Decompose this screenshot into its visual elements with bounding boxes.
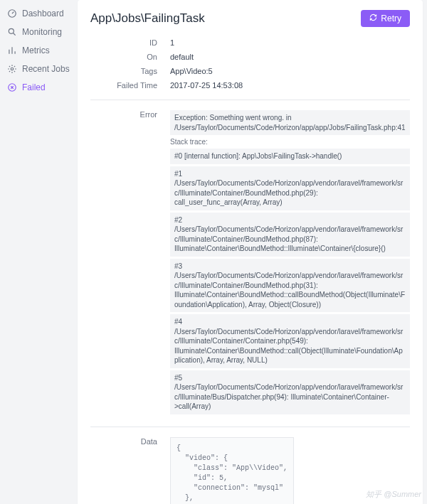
data-label: Data: [90, 437, 170, 505]
failed-time-label: Failed Time: [90, 81, 170, 90]
failed-time-value: 2017-07-25 14:53:08: [170, 81, 410, 90]
tags-value: App\Video:5: [170, 67, 410, 75]
exception-text: Exception: Something went wrong. in /Use…: [170, 110, 410, 135]
sidebar-item-label: Dashboard: [22, 9, 64, 18]
on-label: On: [90, 53, 170, 61]
bars-icon: [7, 45, 17, 55]
stack-frame: #3 /Users/Taylor/Documents/Code/Horizon/…: [170, 259, 410, 313]
sidebar: Dashboard Monitoring Metrics Recent Jobs…: [0, 0, 78, 504]
retry-button[interactable]: Retry: [361, 10, 410, 27]
sidebar-item-monitoring[interactable]: Monitoring: [0, 23, 78, 41]
svg-point-2: [11, 68, 14, 70]
retry-button-label: Retry: [381, 14, 401, 23]
gear-icon: [7, 64, 17, 74]
stack-frame: #2 /Users/Taylor/Documents/Code/Horizon/…: [170, 213, 410, 257]
on-value: default: [170, 53, 410, 61]
error-label: Error: [90, 110, 170, 417]
svg-point-1: [9, 28, 14, 33]
stack-trace-label: Stack trace:: [170, 138, 410, 146]
sidebar-item-recent-jobs[interactable]: Recent Jobs: [0, 60, 78, 78]
job-detail-card: App\Jobs\FailingTask Retry ID 1 On defau…: [78, 0, 423, 504]
stack-frame: #4 /Users/Taylor/Documents/Code/Horizon/…: [170, 314, 410, 368]
circle-x-icon: [7, 82, 17, 92]
refresh-icon: [369, 14, 377, 23]
data-json: { "video": { "class": "App\\Video", "id"…: [170, 437, 294, 505]
sidebar-item-label: Monitoring: [22, 27, 62, 37]
main-content: App\Jobs\FailingTask Retry ID 1 On defau…: [78, 0, 427, 504]
id-value: 1: [170, 38, 410, 47]
tags-label: Tags: [90, 67, 170, 75]
sidebar-item-label: Failed: [22, 82, 46, 92]
stack-frame: #1 /Users/Taylor/Documents/Code/Horizon/…: [170, 166, 410, 210]
gauge-icon: [7, 9, 17, 18]
sidebar-item-failed[interactable]: Failed: [0, 78, 78, 97]
sidebar-item-metrics[interactable]: Metrics: [0, 41, 78, 60]
sidebar-item-dashboard[interactable]: Dashboard: [0, 4, 78, 23]
watermark: 知乎 @Summer: [366, 489, 421, 500]
search-icon: [7, 27, 17, 37]
error-block: Exception: Something went wrong. in /Use…: [170, 110, 410, 417]
page-title: App\Jobs\FailingTask: [90, 11, 205, 26]
stack-frame: #5 /Users/Taylor/Documents/Code/Horizon/…: [170, 370, 410, 414]
stack-frame: #0 [internal function]: App\Jobs\Failing…: [170, 149, 410, 164]
sidebar-item-label: Metrics: [22, 45, 50, 55]
id-label: ID: [90, 38, 170, 47]
sidebar-item-label: Recent Jobs: [22, 64, 70, 74]
